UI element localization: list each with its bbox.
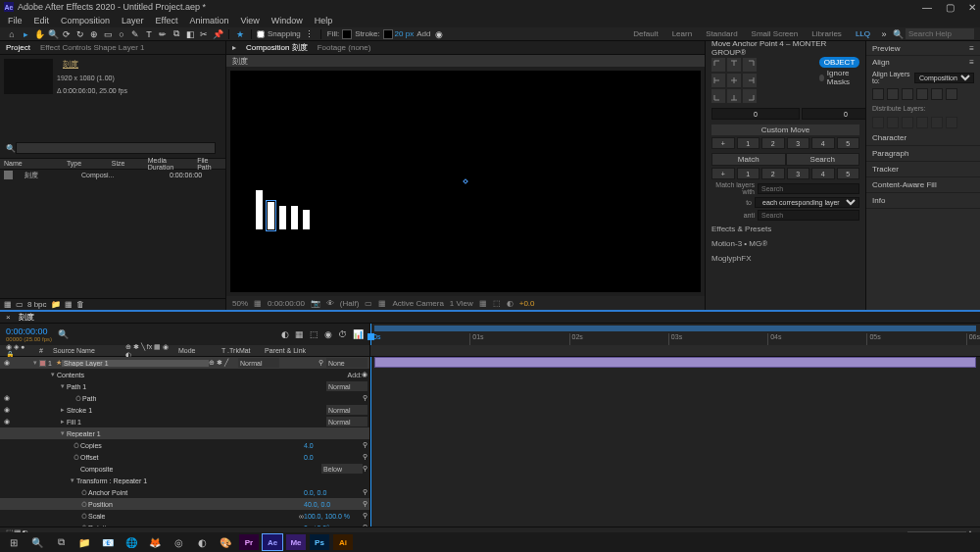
trash-icon[interactable]: 🗑 [76,300,84,309]
snapshot-icon[interactable]: 📷 [311,299,320,308]
menu-file[interactable]: File [8,16,23,25]
viewer-opt4-icon[interactable]: ◐ [507,299,514,308]
anchor-bl[interactable] [711,89,725,103]
start-button[interactable]: ⊞ [4,534,24,550]
layer-duration-bar[interactable] [374,357,976,368]
tl-opt5-icon[interactable]: ⏱ [338,329,347,339]
viewer-opt3-icon[interactable]: ⬚ [493,299,501,308]
anchor-ml[interactable] [711,74,725,87]
col-mode[interactable]: Mode [178,347,218,354]
timeline-ruler[interactable]: 0s 01s 02s 03s 04s 05s 06s [370,324,980,345]
resolution-dropdown[interactable]: (Half) [340,299,360,308]
tb-aftereffects-icon[interactable]: Ae [263,534,282,550]
col-source-name[interactable]: Source Name [53,347,122,354]
preview-panel-tab[interactable]: Preview [872,44,900,53]
exposure-value[interactable]: +0.0 [519,299,535,308]
ws-menu-icon[interactable]: » [878,28,890,40]
maximize-button[interactable]: ▢ [946,2,955,13]
panel-menu-icon[interactable]: ≡ [969,44,974,53]
search-icon[interactable]: 🔍 [892,28,904,40]
caf-panel-tab[interactable]: Content-Aware Fill [866,177,980,193]
layer-shape1[interactable]: ◉ ▾ 1 ★ Shape Layer 1 ⊕ ✱ ╱ Normal ⚲ Non… [0,357,369,369]
row-path1[interactable]: ▾Path 1Normal [0,380,369,392]
ws-llq[interactable]: LLQ [850,29,876,38]
align-right-icon[interactable] [902,88,913,100]
tl-menu-icon[interactable]: × [6,313,11,322]
tl-opt2-icon[interactable]: ▦ [295,329,304,339]
tb-chrome-icon[interactable]: 🦊 [145,534,165,550]
tb-photoshop-icon[interactable]: Ps [310,534,329,550]
col-trkmat[interactable]: T .TrkMat [221,347,261,354]
new-folder-icon[interactable]: 📁 [51,300,61,309]
tl-search-icon[interactable]: 🔍 [58,329,69,339]
composition-tab[interactable]: Composition 刻度 [246,42,308,53]
transparency-icon[interactable]: ▦ [378,299,386,308]
search-help-input[interactable] [906,28,974,39]
show-snap-icon[interactable]: 👁 [326,299,334,308]
row-copies[interactable]: ÖCopies4.0⚲ [0,439,369,451]
layer-mode[interactable]: Normal [238,358,279,368]
to-select[interactable]: each corresponding layer [755,197,859,208]
minimize-button[interactable]: — [922,2,932,13]
ws-libraries[interactable]: Libraries [806,29,848,38]
align-bottom-icon[interactable] [946,88,957,100]
pen-tool-icon[interactable]: ✎ [129,28,141,40]
custom-move-label[interactable]: Custom Move [711,125,859,135]
tl-opt6-icon[interactable]: 📊 [353,329,364,339]
view-dropdown[interactable]: 1 View [450,299,473,308]
zoom-tool-icon[interactable]: 🔍 [47,28,59,40]
shape-tool-icon[interactable]: ★ [234,28,246,40]
match-1[interactable]: 1 [737,168,760,179]
snap-opt-icon[interactable]: ⋮ [304,28,316,40]
ellipse-tool-icon[interactable]: ○ [116,28,127,40]
anchor-tool-icon[interactable]: ⊕ [88,28,100,40]
bpc-icon[interactable]: ▭ [16,300,24,309]
col-media-duration[interactable]: Media Duration [148,157,187,171]
close-button[interactable]: ✕ [968,2,976,13]
match-3[interactable]: 3 [787,168,810,179]
preset-4[interactable]: 4 [811,137,835,149]
tracker-panel-tab[interactable]: Tracker [866,162,980,177]
ws-small[interactable]: Small Screen [746,29,805,38]
ws-default[interactable]: Default [627,29,663,38]
effects-presets-section[interactable]: Effects & Presets [706,222,865,236]
project-tab[interactable]: Project [6,43,30,52]
row-repeater1[interactable]: ▾Repeater 1 [0,427,369,439]
proj-search-icon[interactable]: 🔍 [6,143,16,152]
preset-2[interactable]: 2 [761,137,785,149]
roto-tool-icon[interactable]: ✂ [198,28,210,40]
clone-tool-icon[interactable]: ⧉ [171,28,182,40]
anchor-mr[interactable] [743,74,757,87]
preset-1[interactable]: 1 [737,137,760,149]
preset-plus[interactable]: + [711,137,735,149]
menu-layer[interactable]: Layer [122,16,144,25]
tb-premiere-icon[interactable]: Pr [239,534,259,550]
menu-animation[interactable]: Animation [189,16,228,25]
comp-name-label[interactable]: 刻度 [57,55,133,74]
match-4[interactable]: 4 [811,168,835,179]
comp-breadcrumb[interactable]: 刻度 [232,56,248,67]
align-left-icon[interactable] [872,88,884,100]
puppet-tool-icon[interactable]: 📌 [212,28,223,40]
tb-app3-icon[interactable]: 🎨 [216,534,235,550]
rotate-tool-icon[interactable]: ↻ [74,28,86,40]
eraser-tool-icon[interactable]: ◧ [184,28,196,40]
search-header[interactable]: Search [786,153,860,166]
selection-tool-icon[interactable]: ▸ [20,28,31,40]
tb-illustrator-icon[interactable]: Ai [333,534,353,550]
menu-effect[interactable]: Effect [156,16,178,25]
timeline-tracks[interactable] [370,357,980,527]
tl-opt4-icon[interactable]: ◉ [324,329,332,339]
viewer-time[interactable]: 0:00:00:00 [268,299,305,308]
type-tool-icon[interactable]: T [143,28,155,40]
bpc-label[interactable]: 8 bpc [27,300,47,309]
add-menu-icon[interactable]: ◉ [433,28,445,40]
snapping-checkbox[interactable] [257,30,265,38]
offset-x-input[interactable] [711,108,800,120]
anchor-tc[interactable] [727,58,741,72]
tb-edge-icon[interactable]: 🌐 [122,534,141,550]
stroke-swatch[interactable] [383,29,393,39]
col-name[interactable]: Name [4,160,57,167]
tl-opt1-icon[interactable]: ◐ [281,329,289,339]
time-indicator[interactable] [370,324,371,345]
